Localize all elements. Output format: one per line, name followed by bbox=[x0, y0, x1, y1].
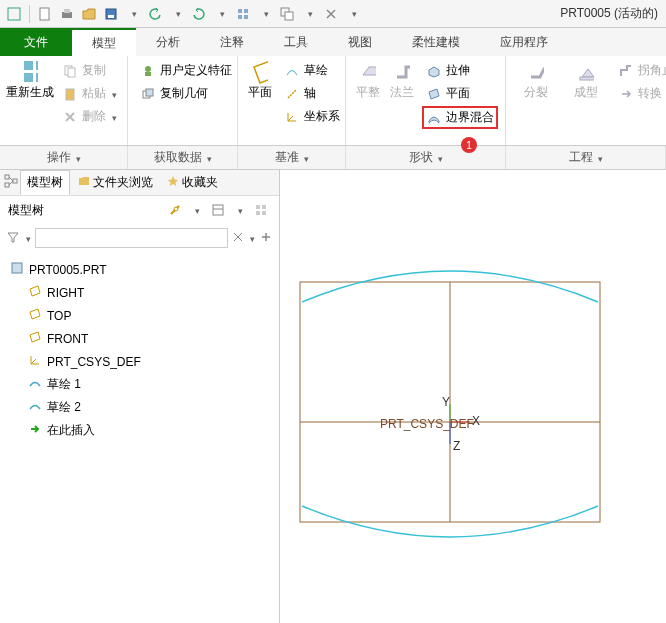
tab-tools[interactable]: 工具 bbox=[264, 28, 328, 56]
boundary-blend-button[interactable]: 边界混合 bbox=[422, 106, 498, 129]
convert-button[interactable]: 转换 bbox=[614, 83, 666, 104]
corner-relief-button[interactable]: 拐角止裂 bbox=[614, 60, 666, 81]
datum-plane-icon bbox=[28, 307, 42, 324]
tab-model[interactable]: 模型 bbox=[72, 28, 136, 56]
add-icon[interactable] bbox=[259, 230, 273, 247]
convert-icon bbox=[618, 86, 634, 102]
extrude-label: 拉伸 bbox=[446, 62, 470, 79]
paste-button[interactable]: 粘贴 bbox=[58, 83, 121, 104]
copy-geom-icon bbox=[140, 86, 156, 102]
udf-label: 用户定义特征 bbox=[160, 62, 232, 79]
new-icon[interactable] bbox=[35, 4, 55, 24]
delete-button[interactable]: 删除 bbox=[58, 106, 121, 127]
copy-button[interactable]: 复制 bbox=[58, 60, 121, 81]
svg-rect-13 bbox=[36, 61, 38, 70]
tools-icon[interactable] bbox=[165, 200, 185, 220]
redo-icon[interactable] bbox=[189, 4, 209, 24]
ribbon-group-titles: 操作 获取数据 基准 形状 工程 bbox=[0, 146, 666, 170]
axis-button[interactable]: 轴 bbox=[280, 83, 344, 104]
tree-root[interactable]: PRT0005.PRT bbox=[8, 258, 271, 281]
tree-item-insert[interactable]: 在此插入 bbox=[26, 419, 271, 442]
filter-input[interactable] bbox=[35, 228, 228, 248]
tree-structure-icon bbox=[4, 174, 18, 191]
main-area: 模型树 文件夹浏览 收藏夹 模型树 PRT0005.PRT RIGHT TOP … bbox=[0, 170, 666, 623]
udf-button[interactable]: 用户定义特征 bbox=[136, 60, 236, 81]
copy-icon bbox=[62, 63, 78, 79]
split-label: 分裂 bbox=[524, 84, 548, 101]
copy-geom-button[interactable]: 复制几何 bbox=[136, 83, 236, 104]
folder-icon bbox=[78, 175, 90, 190]
svg-rect-25 bbox=[5, 175, 9, 179]
plane-label: 平面 bbox=[248, 84, 272, 101]
svg-rect-8 bbox=[238, 15, 242, 19]
csys-button[interactable]: 坐标系 bbox=[280, 106, 344, 127]
tab-flex[interactable]: 柔性建模 bbox=[392, 28, 480, 56]
windows-icon[interactable] bbox=[277, 4, 297, 24]
undo-dropdown[interactable] bbox=[167, 4, 187, 24]
side-panel-tabs: 模型树 文件夹浏览 收藏夹 bbox=[0, 170, 279, 196]
show-icon[interactable] bbox=[251, 200, 271, 220]
flat-button[interactable]: 平整 bbox=[354, 60, 382, 141]
print-icon[interactable] bbox=[57, 4, 77, 24]
tree-item-front[interactable]: FRONT bbox=[26, 327, 271, 350]
paste-icon bbox=[62, 86, 78, 102]
svg-rect-33 bbox=[256, 211, 260, 215]
clear-filter-icon[interactable] bbox=[232, 231, 244, 246]
tab-view[interactable]: 视图 bbox=[328, 28, 392, 56]
group-ops[interactable]: 操作 bbox=[0, 146, 128, 169]
settings-icon[interactable] bbox=[208, 200, 228, 220]
tab-file[interactable]: 文件 bbox=[0, 28, 72, 56]
regen-dropdown[interactable] bbox=[255, 4, 275, 24]
star-icon bbox=[167, 175, 179, 190]
ribbon-tabs: 文件 模型 分析 注释 工具 视图 柔性建模 应用程序 bbox=[0, 28, 666, 56]
plane-button[interactable]: 平面 bbox=[246, 60, 274, 141]
plane2-button[interactable]: 平面 bbox=[422, 83, 498, 104]
sidetab-folder[interactable]: 文件夹浏览 bbox=[72, 171, 159, 194]
group-getdata[interactable]: 获取数据 bbox=[128, 146, 238, 169]
sidetab-model-tree[interactable]: 模型树 bbox=[20, 170, 70, 195]
save-icon[interactable] bbox=[101, 4, 121, 24]
svg-point-28 bbox=[174, 207, 178, 211]
tree-item-sketch1[interactable]: 草绘 1 bbox=[26, 373, 271, 396]
tab-apps[interactable]: 应用程序 bbox=[480, 28, 568, 56]
extrude-button[interactable]: 拉伸 bbox=[422, 60, 498, 81]
copy-geom-label: 复制几何 bbox=[160, 85, 208, 102]
undo-icon[interactable] bbox=[145, 4, 165, 24]
form-button[interactable]: 成型 bbox=[564, 60, 608, 141]
corner-relief-icon bbox=[618, 63, 634, 79]
regenerate-button[interactable]: 重新生成 bbox=[8, 60, 52, 141]
tab-analysis[interactable]: 分析 bbox=[136, 28, 200, 56]
sidetab-favorites[interactable]: 收藏夹 bbox=[161, 171, 224, 194]
redo-dropdown[interactable] bbox=[211, 4, 231, 24]
save-dropdown[interactable] bbox=[123, 4, 143, 24]
regen-icon[interactable] bbox=[233, 4, 253, 24]
graphics-canvas[interactable]: X Y Z PRT_CSYS_DEF bbox=[280, 170, 666, 623]
tree-item-right[interactable]: RIGHT bbox=[26, 281, 271, 304]
flange-button[interactable]: 法兰 bbox=[388, 60, 416, 141]
tree-item-sketch2[interactable]: 草绘 2 bbox=[26, 396, 271, 419]
open-icon[interactable] bbox=[79, 4, 99, 24]
split-button[interactable]: 分裂 bbox=[514, 60, 558, 141]
filter-icon[interactable] bbox=[6, 230, 20, 247]
windows-dropdown[interactable] bbox=[299, 4, 319, 24]
insert-here-icon bbox=[28, 422, 42, 439]
sketch-button[interactable]: 草绘 bbox=[280, 60, 344, 81]
ribbon: 重新生成 复制 粘贴 删除 用户定义特征 复制几何 平面 草绘 轴 bbox=[0, 56, 666, 146]
document-title: PRT0005 (活动的) bbox=[560, 5, 662, 22]
group-datum[interactable]: 基准 bbox=[238, 146, 346, 169]
window-icon[interactable] bbox=[4, 4, 24, 24]
tab-annotate[interactable]: 注释 bbox=[200, 28, 264, 56]
qat-customize[interactable] bbox=[343, 4, 363, 24]
svg-rect-0 bbox=[8, 8, 20, 20]
svg-rect-1 bbox=[40, 8, 49, 20]
svg-rect-35 bbox=[12, 263, 22, 273]
svg-rect-3 bbox=[64, 9, 70, 13]
flange-icon bbox=[394, 64, 410, 80]
paste-label: 粘贴 bbox=[82, 85, 106, 102]
group-shape[interactable]: 形状 bbox=[346, 146, 506, 169]
close-icon[interactable] bbox=[321, 4, 341, 24]
tree-item-csys[interactable]: PRT_CSYS_DEF bbox=[26, 350, 271, 373]
tree-item-top[interactable]: TOP bbox=[26, 304, 271, 327]
tree-filter-row bbox=[0, 224, 279, 252]
group-engineering[interactable]: 工程 bbox=[506, 146, 666, 169]
